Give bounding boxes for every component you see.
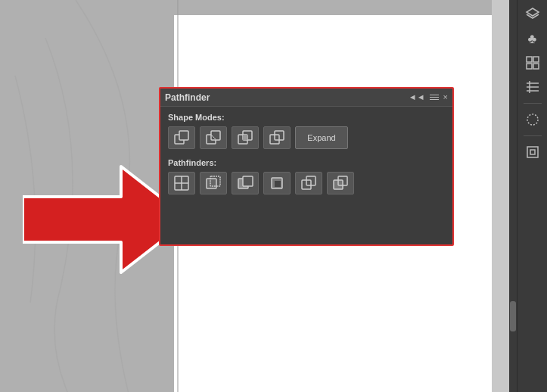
outline-icon (300, 175, 317, 191)
shape-modes-row: Expand (168, 126, 445, 149)
scrollbar-track[interactable] (509, 0, 517, 392)
crop-button[interactable] (263, 172, 291, 194)
transform-icon[interactable] (522, 142, 543, 163)
svg-rect-27 (533, 57, 539, 62)
divide-button[interactable] (168, 172, 195, 194)
svg-rect-15 (207, 179, 216, 188)
svg-rect-20 (275, 181, 281, 187)
crop-icon (269, 175, 285, 191)
intersect-icon (237, 129, 253, 146)
toolbar-separator-1 (524, 103, 542, 104)
minus-back-icon (332, 175, 349, 191)
pathfinders-label: Pathfinders: (168, 158, 445, 167)
toolbar-separator-2 (524, 135, 542, 136)
symbols-icon[interactable]: ♣ (522, 28, 543, 49)
artboards-icon[interactable] (522, 52, 543, 73)
panel-titlebar: Pathfinder ◄◄ × (160, 89, 452, 107)
minus-back-button[interactable] (327, 172, 354, 194)
minus-front-icon (205, 129, 222, 146)
divide-icon (173, 175, 190, 191)
svg-rect-18 (243, 176, 253, 186)
expand-button[interactable]: Expand (295, 126, 348, 149)
selection-icon[interactable] (522, 109, 543, 130)
exclude-button[interactable] (263, 126, 291, 149)
svg-rect-28 (527, 64, 532, 69)
merge-icon (237, 175, 253, 191)
trim-icon (205, 175, 222, 191)
panel-menu-icon[interactable] (430, 95, 439, 100)
svg-rect-5 (211, 131, 220, 140)
shape-modes-label: Shape Modes: (168, 113, 445, 122)
panel-close-button[interactable]: × (443, 93, 448, 101)
exclude-icon (269, 129, 285, 146)
pathfinders-row (168, 172, 445, 194)
panel-title: Pathfinder (165, 92, 210, 103)
unite-icon (173, 129, 190, 146)
align-icon[interactable] (522, 76, 543, 98)
trim-button[interactable] (200, 172, 227, 194)
intersect-button[interactable] (232, 126, 259, 149)
svg-rect-35 (527, 147, 538, 157)
merge-button[interactable] (232, 172, 259, 194)
layers-icon[interactable] (522, 4, 543, 25)
outline-button[interactable] (295, 172, 322, 194)
svg-rect-9 (243, 135, 247, 140)
panel-collapse-button[interactable]: ◄◄ (409, 93, 425, 101)
scrollbar-thumb[interactable] (510, 301, 516, 331)
svg-rect-29 (533, 64, 539, 69)
svg-rect-36 (530, 150, 535, 154)
panel-controls: ◄◄ × (409, 93, 448, 101)
svg-rect-3 (179, 131, 188, 140)
panel-content: Shape Modes: (160, 107, 452, 201)
svg-point-34 (527, 114, 538, 125)
svg-rect-26 (527, 57, 532, 62)
minus-front-button[interactable] (200, 126, 227, 149)
pathfinder-panel: Pathfinder ◄◄ × Shape Modes: (159, 87, 454, 246)
right-toolbar: ♣ (517, 0, 547, 392)
svg-marker-25 (527, 8, 539, 16)
unite-button[interactable] (168, 126, 195, 149)
